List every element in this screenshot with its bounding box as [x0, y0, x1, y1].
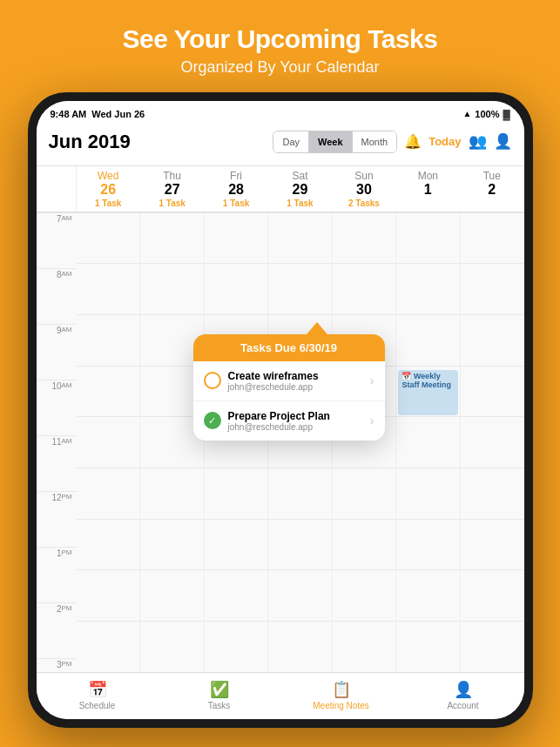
tab-account[interactable]: 👤 Account	[402, 678, 524, 712]
cell-wed-1pm	[77, 520, 141, 570]
day-num-sun: 30	[334, 182, 394, 198]
cell-sat-11am	[268, 417, 333, 468]
grid-row-7am	[77, 212, 524, 264]
cell-wed-10am	[77, 367, 141, 417]
cell-sat-8am	[268, 264, 333, 314]
cell-fri-3pm	[205, 622, 269, 672]
time-slot-9: 9AM	[37, 324, 77, 380]
time-slot-11: 11AM	[37, 435, 77, 491]
cell-wed-11am	[77, 417, 141, 468]
day-col-sun: Sun 30 2 Tasks	[332, 166, 395, 212]
month-view-btn[interactable]: Month	[353, 131, 397, 152]
bell-icon[interactable]: 🔔	[404, 133, 422, 150]
task-count-wed: 1 Task	[78, 199, 138, 208]
cell-wed-7am	[77, 213, 141, 264]
cell-sun-7am	[333, 213, 397, 264]
cell-thu-11am	[140, 417, 205, 468]
time-slot-2: 2PM	[37, 602, 77, 658]
cell-mon-1pm	[396, 520, 461, 570]
cell-tue-1pm	[461, 520, 524, 570]
day-col-fri: Fri 28 1 Task	[204, 166, 267, 212]
grid-row-9am	[77, 314, 524, 366]
promo-title: See Your Upcoming Tasks	[123, 24, 438, 55]
grid-row-12pm	[77, 468, 524, 519]
cell-sun-1pm	[333, 520, 397, 570]
cell-sun-2pm	[333, 570, 397, 621]
cell-fri-11am	[205, 417, 269, 468]
tab-meeting-notes[interactable]: 📋 Meeting Notes	[280, 678, 402, 712]
battery-icon: ▓	[503, 109, 509, 119]
promo-subtitle: Organized By Your Calendar	[123, 58, 438, 77]
day-num-mon: 1	[398, 182, 458, 198]
cell-wed-12pm	[77, 468, 141, 519]
status-time: 9:48 AM	[51, 109, 87, 119]
meeting-notes-label: Meeting Notes	[313, 701, 368, 710]
task-count-fri: 1 Task	[206, 199, 266, 208]
calendar-header: Jun 2019 Day Week Month 🔔 Today 👥 👤	[37, 125, 524, 166]
cell-wed-9am	[77, 315, 141, 366]
event-weekly-staff[interactable]: 📅 Weekly Staff Meeting	[398, 370, 458, 415]
day-view-btn[interactable]: Day	[273, 131, 309, 152]
cell-fri-8am	[205, 264, 269, 314]
event-weekly-11[interactable]: 📅 Weekly 1:1	[206, 370, 267, 415]
cell-sat-10am	[268, 367, 333, 417]
device-screen: 9:48 AM Wed Jun 26 ▲ 100% ▓ Jun 2019 Day…	[37, 101, 524, 719]
day-col-sat: Sat 29 1 Task	[268, 166, 332, 212]
grid-row-3pm	[77, 621, 524, 672]
month-title: Jun 2019	[49, 131, 131, 153]
cell-mon-11am	[396, 417, 461, 468]
cell-sat-7am	[268, 213, 333, 264]
cell-fri-2pm	[205, 570, 269, 621]
task-count-thu: 1 Task	[142, 199, 202, 208]
battery-level: 100%	[475, 109, 499, 119]
cell-thu-7am	[140, 213, 205, 264]
cell-tue-12pm	[461, 468, 524, 519]
day-num-sat: 29	[270, 182, 330, 198]
cell-thu-12pm	[140, 468, 205, 519]
task-count-sun: 2 Tasks	[334, 199, 394, 208]
promo-section: See Your Upcoming Tasks Organized By You…	[88, 0, 473, 92]
today-button[interactable]: Today	[428, 135, 461, 148]
cell-sun-8am	[333, 264, 397, 314]
account-icon: 👤	[454, 680, 473, 699]
day-name-wed: Wed	[78, 170, 138, 182]
people-icon[interactable]: 👥	[469, 132, 487, 151]
time-slot-1: 1PM	[37, 547, 77, 602]
cell-mon-2pm	[396, 570, 461, 621]
week-view-btn[interactable]: Week	[309, 131, 353, 152]
day-num-thu: 27	[142, 182, 202, 198]
time-slot-3: 3PM	[37, 658, 77, 672]
day-num-wed: 26	[78, 182, 138, 198]
tasks-label: Tasks	[208, 701, 231, 710]
time-slot-7: 7AM	[37, 212, 77, 268]
cell-thu-9am	[140, 315, 205, 366]
cell-sat-3pm	[268, 622, 333, 672]
status-bar: 9:48 AM Wed Jun 26 ▲ 100% ▓	[37, 101, 524, 125]
cell-mon-12pm	[396, 468, 461, 519]
cell-sun-3pm	[333, 622, 397, 672]
cell-sat-1pm	[268, 520, 333, 570]
calendar-header-top: Jun 2019 Day Week Month 🔔 Today 👥 👤	[49, 131, 512, 153]
cell-mon-7am	[396, 213, 461, 264]
cell-tue-9am	[461, 315, 524, 366]
cell-thu-3pm	[140, 622, 205, 672]
cell-mon-8am	[396, 264, 461, 314]
calendar-body: 7AM 8AM 9AM 10AM 11AM 12PM 1PM 2PM 3PM	[37, 212, 524, 672]
day-col-tue: Tue 2	[460, 166, 523, 212]
cell-thu-8am	[140, 264, 205, 314]
cell-fri-7am	[205, 213, 269, 264]
tab-tasks[interactable]: ✅ Tasks	[159, 678, 280, 712]
person-add-icon[interactable]: 👤	[494, 132, 512, 151]
cell-fri-12pm	[205, 468, 269, 519]
tab-schedule[interactable]: 📅 Schedule	[37, 678, 159, 712]
status-date: Wed Jun 26	[91, 109, 145, 119]
grid-row-8am	[77, 263, 524, 314]
calendar-controls: Day Week Month 🔔 Today 👥 👤	[273, 131, 511, 153]
cell-thu-2pm	[140, 570, 205, 621]
account-label: Account	[447, 701, 478, 710]
status-right: ▲ 100% ▓	[462, 109, 509, 119]
cell-tue-10am	[461, 367, 524, 417]
day-name-sun: Sun	[334, 170, 394, 182]
cell-wed-2pm	[77, 570, 141, 621]
task-count-sat: 1 Task	[270, 199, 330, 208]
